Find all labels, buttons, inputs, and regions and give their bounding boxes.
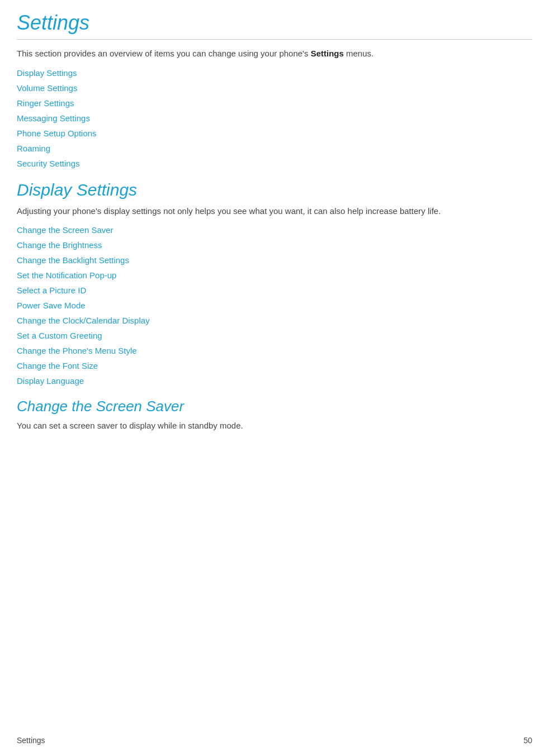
link-change-brightness[interactable]: Change the Brightness	[17, 240, 532, 250]
toc-link-ringer-settings[interactable]: Ringer Settings	[17, 98, 532, 108]
link-change-clock-calendar[interactable]: Change the Clock/Calendar Display	[17, 316, 532, 325]
link-set-custom-greeting[interactable]: Set a Custom Greeting	[17, 331, 532, 340]
display-settings-links: Change the Screen Saver Change the Brigh…	[17, 225, 532, 386]
toc-link-volume-settings[interactable]: Volume Settings	[17, 83, 532, 93]
display-settings-heading: Display Settings	[17, 180, 532, 199]
intro-bold-text: Settings	[311, 49, 344, 58]
link-power-save-mode[interactable]: Power Save Mode	[17, 301, 532, 310]
footer-label: Settings	[17, 736, 45, 745]
link-change-backlight[interactable]: Change the Backlight Settings	[17, 255, 532, 265]
toc-link-display-settings[interactable]: Display Settings	[17, 68, 532, 78]
title-divider	[17, 39, 532, 40]
toc-links: Display Settings Volume Settings Ringer …	[17, 68, 532, 168]
intro-text-before: This section provides an overview of ite…	[17, 49, 308, 58]
display-settings-description: Adjusting your phone's display settings …	[17, 205, 532, 218]
intro-paragraph: This section provides an overview of ite…	[17, 47, 532, 60]
toc-link-roaming[interactable]: Roaming	[17, 144, 532, 153]
toc-link-phone-setup-options[interactable]: Phone Setup Options	[17, 129, 532, 138]
page-title: Settings	[17, 11, 532, 35]
link-display-language[interactable]: Display Language	[17, 376, 532, 386]
link-set-notification-popup[interactable]: Set the Notification Pop-up	[17, 270, 532, 280]
intro-text-after: menus.	[346, 49, 373, 58]
link-change-screen-saver[interactable]: Change the Screen Saver	[17, 225, 532, 235]
toc-link-messaging-settings[interactable]: Messaging Settings	[17, 113, 532, 123]
toc-link-security-settings[interactable]: Security Settings	[17, 159, 532, 168]
footer-page-number: 50	[523, 736, 532, 745]
page-footer: Settings 50	[0, 736, 549, 745]
link-change-menu-style[interactable]: Change the Phone's Menu Style	[17, 346, 532, 355]
link-change-font-size[interactable]: Change the Font Size	[17, 361, 532, 370]
change-screen-saver-heading: Change the Screen Saver	[17, 398, 532, 415]
change-screen-saver-description: You can set a screen saver to display wh…	[17, 420, 532, 432]
link-select-picture-id[interactable]: Select a Picture ID	[17, 286, 532, 295]
